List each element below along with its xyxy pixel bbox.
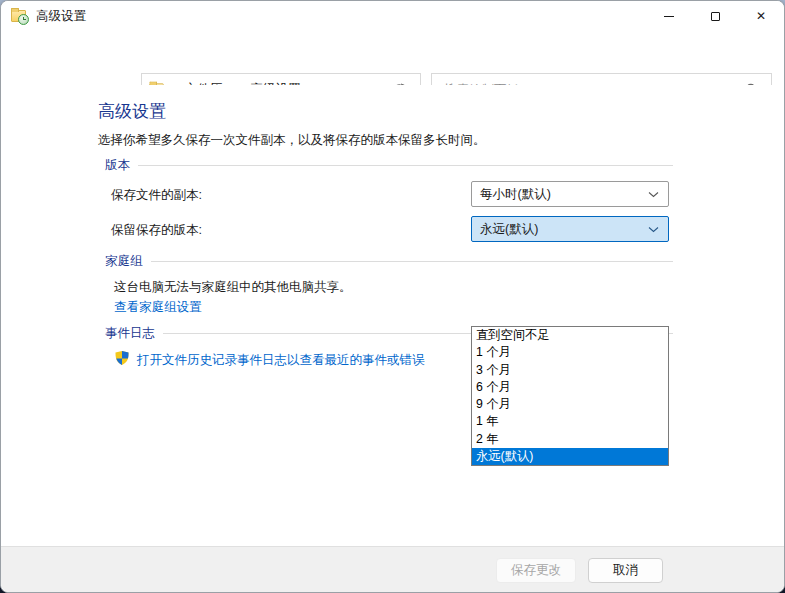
keep-versions-select[interactable]: 永远(默认) xyxy=(471,216,669,242)
save-changes-button[interactable]: 保存更改 xyxy=(496,558,576,583)
dropdown-option[interactable]: 6 个月 xyxy=(472,379,668,396)
divider xyxy=(138,165,673,166)
footer-bar: 保存更改 取消 xyxy=(1,546,784,592)
file-history-icon xyxy=(11,9,28,24)
close-icon: ✕ xyxy=(756,10,766,22)
dropdown-option[interactable]: 9 个月 xyxy=(472,396,668,413)
uac-shield-icon xyxy=(114,350,130,366)
chevron-down-icon xyxy=(648,191,659,198)
dropdown-option[interactable]: 2 年 xyxy=(472,431,668,448)
title-bar: 高级设置 ✕ xyxy=(1,1,784,31)
minimize-button[interactable] xyxy=(646,1,692,31)
homegroup-status-text: 这台电脑无法与家庭组中的其他电脑共享。 xyxy=(114,279,352,296)
save-copies-label: 保存文件的副本: xyxy=(111,187,202,204)
keep-versions-value: 永远(默认) xyxy=(472,221,648,238)
save-copies-value: 每小时(默认) xyxy=(472,186,648,203)
keep-versions-label: 保留保存的版本: xyxy=(111,222,202,239)
main-content: 高级设置 选择你希望多久保存一次文件副本，以及将保存的版本保留多长时间。 版本 … xyxy=(1,85,785,548)
open-eventlog-link[interactable]: 打开文件历史记录事件日志以查看最近的事件或错误 xyxy=(137,352,425,369)
dropdown-option[interactable]: 3 个月 xyxy=(472,362,668,379)
keep-versions-dropdown-list: 直到空间不足 1 个月 3 个月 6 个月 9 个月 1 年 2 年 永远(默认… xyxy=(471,326,669,466)
section-eventlog-title: 事件日志 xyxy=(105,325,155,342)
dropdown-option[interactable]: 1 年 xyxy=(472,413,668,430)
advanced-settings-window: 高级设置 ✕ ← → ↑ « 文件历... › 高级设置 xyxy=(0,0,785,593)
dropdown-option[interactable]: 1 个月 xyxy=(472,344,668,361)
section-homegroup-title: 家庭组 xyxy=(105,253,143,270)
chevron-down-icon xyxy=(648,226,659,233)
minimize-icon xyxy=(664,16,674,17)
maximize-button[interactable] xyxy=(692,1,738,31)
section-versions-title: 版本 xyxy=(105,157,130,174)
dropdown-option-selected[interactable]: 永远(默认) xyxy=(472,448,668,465)
section-homegroup: 家庭组 xyxy=(105,253,673,270)
save-copies-select[interactable]: 每小时(默认) xyxy=(471,181,669,207)
window-title: 高级设置 xyxy=(36,8,86,25)
page-title: 高级设置 xyxy=(98,100,166,123)
close-button[interactable]: ✕ xyxy=(738,1,784,31)
dropdown-option[interactable]: 直到空间不足 xyxy=(472,327,668,344)
divider xyxy=(151,261,674,262)
page-description: 选择你希望多久保存一次文件副本，以及将保存的版本保留多长时间。 xyxy=(98,132,486,149)
section-versions: 版本 xyxy=(105,157,673,174)
maximize-icon xyxy=(711,12,720,21)
cancel-button[interactable]: 取消 xyxy=(588,558,663,583)
navigation-bar: ← → ↑ « 文件历... › 高级设置 xyxy=(1,31,784,85)
homegroup-settings-link[interactable]: 查看家庭组设置 xyxy=(114,299,202,316)
